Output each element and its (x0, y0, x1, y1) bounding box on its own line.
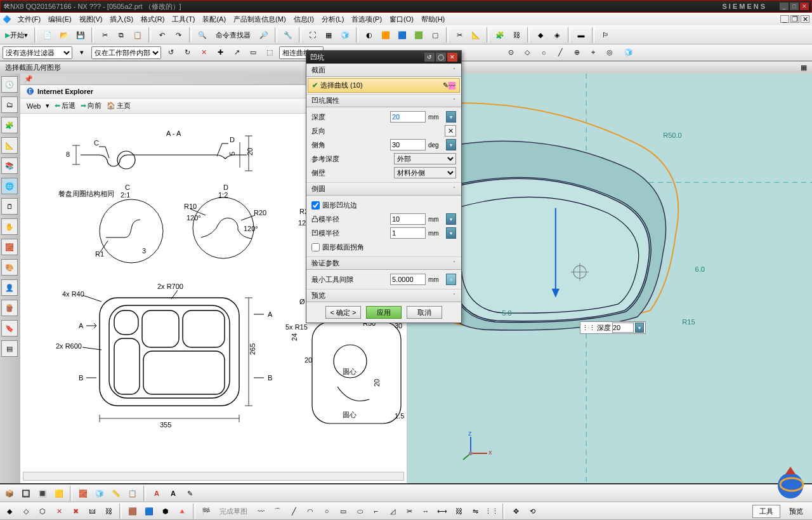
roles-icon[interactable]: 👤 (1, 279, 18, 296)
sketch-section-icon[interactable]: ✎ (443, 81, 449, 90)
tools-label[interactable]: 工具 (752, 505, 780, 518)
menu-assembly[interactable]: 装配(A) (199, 13, 230, 25)
snap-1-icon[interactable]: ⊙ (504, 46, 518, 60)
home-button[interactable]: 🏠主页 (107, 101, 131, 110)
snap-4-icon[interactable]: ╱ (553, 46, 567, 60)
flag-icon[interactable]: 🏳 (598, 28, 612, 42)
close-button[interactable]: ✕ (800, 3, 809, 10)
start-button[interactable]: ▶ 开始 ▾ (3, 30, 30, 40)
curve-rule-icon[interactable]: 〰 (449, 82, 455, 90)
bt5-icon[interactable]: 🧱 (76, 486, 90, 500)
convex-spin-icon[interactable]: ▾ (446, 213, 456, 225)
snap-6-icon[interactable]: ⌖ (586, 46, 600, 60)
section-header-validate[interactable]: 验证参数˄ (306, 257, 461, 270)
diamond-icon[interactable]: ◆ (534, 28, 547, 42)
floating-spin-icon[interactable]: ▾ (635, 323, 644, 333)
bt8-icon[interactable]: 📋 (126, 486, 140, 500)
undo-button[interactable]: ↶ (155, 28, 169, 42)
layers2-icon[interactable]: ▤ (1, 340, 18, 357)
sk-box-icon[interactable]: 🟫 (126, 504, 140, 518)
text-a3-icon[interactable]: ✎ (183, 486, 197, 500)
bt4-icon[interactable]: 🟨 (52, 486, 66, 500)
menu-help[interactable]: 帮助(H) (417, 13, 449, 25)
navigator-icon[interactable]: 🗂 (1, 97, 18, 113)
mintool-spin-icon[interactable]: ⟐ (446, 274, 456, 285)
sk3-icon[interactable]: ⬡ (36, 504, 49, 518)
section-header-props[interactable]: 凹坑属性˄ (306, 94, 461, 107)
hand-icon[interactable]: ✋ (1, 218, 18, 235)
trim-icon[interactable]: ✂ (402, 504, 416, 518)
mdi-minimize-button[interactable]: _ (780, 15, 789, 23)
tool-a-icon[interactable]: 🔧 (281, 28, 295, 42)
menu-file[interactable]: 文件(F) (14, 13, 44, 25)
bt7-icon[interactable]: 📏 (109, 486, 123, 500)
part-nav-icon[interactable]: 📐 (1, 137, 18, 154)
menu-window[interactable]: 窗口(O) (386, 13, 417, 25)
sk4-icon[interactable]: ✕ (52, 504, 66, 518)
rotate-icon[interactable]: ⟲ (525, 504, 539, 518)
curve2-icon[interactable]: ⌒ (270, 504, 284, 518)
concave-spin-icon[interactable]: ▾ (446, 227, 456, 239)
wireframe-icon[interactable]: ▢ (428, 28, 442, 42)
sk-cyl-icon[interactable]: 🟦 (142, 504, 156, 518)
finish-sketch-icon[interactable]: 🏁 (199, 504, 213, 518)
arc-icon[interactable]: ◠ (303, 504, 317, 518)
depth-input[interactable] (390, 111, 426, 123)
sk6-icon[interactable]: 🜲 (85, 504, 99, 518)
sk5-icon[interactable]: ✖ (69, 504, 82, 518)
dialog-title-bar[interactable]: 凹坑 ↺ ◯ ✕ (306, 51, 461, 63)
dialog-close-button[interactable]: ✕ (447, 53, 457, 62)
bt1-icon[interactable]: 📦 (3, 486, 16, 500)
sel-f-icon[interactable]: ▭ (246, 46, 260, 60)
floating-depth-field[interactable] (612, 323, 634, 333)
bt6-icon[interactable]: 🧊 (93, 486, 107, 500)
menu-edit[interactable]: 编辑(E) (44, 13, 75, 25)
circle-icon[interactable]: ○ (320, 504, 334, 518)
fit-view-icon[interactable]: ⛶ (305, 28, 319, 42)
menu-tools[interactable]: 工具(T) (168, 13, 199, 25)
reverse-direction-button[interactable]: ✕ (445, 125, 456, 137)
ok-button[interactable]: < 确定 > (325, 306, 361, 319)
taper-input[interactable] (390, 139, 426, 150)
ellipse-icon[interactable]: ⬭ (353, 504, 367, 518)
scrollbar-h[interactable] (23, 472, 404, 481)
box1-icon[interactable]: 🟧 (379, 28, 393, 42)
open-button[interactable]: 📂 (57, 28, 71, 42)
menu-pmi[interactable]: 产品制造信息(M) (230, 13, 290, 25)
assembly-icon[interactable]: 🧩 (493, 28, 507, 42)
extend-icon[interactable]: ↔ (419, 504, 433, 518)
filter-dropdown-icon[interactable]: ▾ (75, 46, 89, 60)
rect-icon[interactable]: ▭ (336, 504, 350, 518)
sk7-icon[interactable]: ⛓ (102, 504, 115, 518)
pin-icon[interactable]: 📌 (24, 75, 33, 83)
mintool-input[interactable] (390, 274, 426, 285)
forward-button[interactable]: ➡向前 (81, 101, 102, 110)
select-curve-row[interactable]: ✔ 选择曲线 (10) ✎ 〰 (308, 78, 460, 93)
dialog-reset-button[interactable]: ↺ (424, 53, 435, 62)
move-icon[interactable]: ✥ (509, 504, 523, 518)
section-corners-checkbox[interactable] (311, 243, 320, 251)
snap-5-icon[interactable]: ⊕ (570, 46, 584, 60)
copy-button[interactable]: ⧉ (114, 28, 128, 42)
fillet-edges-checkbox[interactable] (311, 201, 320, 210)
constraint2-icon[interactable]: ⛓ (452, 504, 466, 518)
menu-analysis[interactable]: 分析(L) (318, 13, 348, 25)
cancel-button[interactable]: 取消 (407, 306, 442, 319)
menu-format[interactable]: 格式(R) (137, 13, 168, 25)
chevron-up-icon[interactable]: ˄ (453, 98, 456, 104)
redo-button[interactable]: ↷ (171, 28, 185, 42)
shade-icon[interactable]: ◐ (362, 28, 376, 42)
command-finder-icon[interactable]: 🔍 (195, 28, 209, 42)
depth-spin-icon[interactable]: ▾ (446, 111, 456, 123)
paste-button[interactable]: 📋 (131, 28, 145, 42)
menu-insert[interactable]: 插入(S) (106, 13, 137, 25)
layer-icon[interactable]: ▦ (322, 28, 336, 42)
orient-icon[interactable]: 🧊 (338, 28, 352, 42)
sel-g-icon[interactable]: ⬚ (263, 46, 277, 60)
mdi-restore-button[interactable]: ❐ (790, 15, 799, 23)
history2-icon[interactable]: 🗒 (1, 198, 18, 215)
assembly-nav-icon[interactable]: 🧩 (1, 117, 18, 133)
bookmark-icon[interactable]: 🔖 (1, 320, 18, 337)
bt2-icon[interactable]: 🔲 (19, 486, 33, 500)
box3-icon[interactable]: 🟩 (412, 28, 426, 42)
